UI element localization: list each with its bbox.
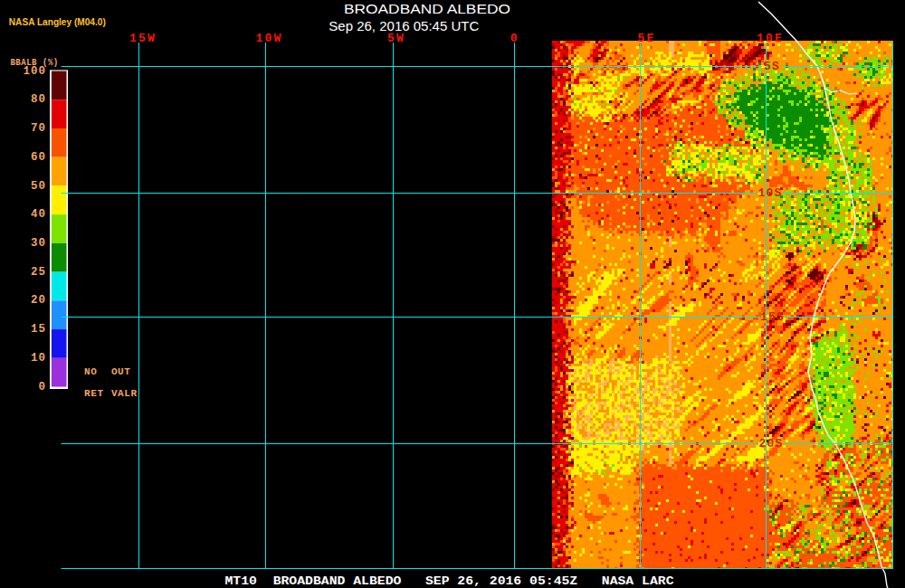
svg-text:50: 50 xyxy=(31,180,46,193)
svg-text:NASA Langley (M04.0): NASA Langley (M04.0) xyxy=(9,16,106,27)
svg-text:10: 10 xyxy=(31,352,46,365)
svg-text:25: 25 xyxy=(31,266,46,279)
svg-text:5W: 5W xyxy=(387,32,405,45)
svg-text:15S: 15S xyxy=(760,310,785,324)
svg-text:30: 30 xyxy=(31,237,46,250)
svg-text:15: 15 xyxy=(31,323,46,336)
svg-text:20: 20 xyxy=(31,294,46,307)
svg-text:10S: 10S xyxy=(757,186,782,200)
svg-text:RET: RET xyxy=(84,388,104,399)
svg-text:40: 40 xyxy=(31,208,46,221)
svg-text:BBALB (%): BBALB (%) xyxy=(10,57,58,68)
svg-text:5E: 5E xyxy=(637,32,655,45)
svg-text:80: 80 xyxy=(31,93,46,106)
svg-text:MT10 BROADBAND ALBEDO SEP 2: MT10 BROADBAND ALBEDO SEP 26, 2016 05:45… xyxy=(225,574,674,588)
svg-text:0: 0 xyxy=(510,32,519,45)
svg-text:0: 0 xyxy=(38,381,46,394)
svg-text:BROADBAND ALBEDO: BROADBAND ALBEDO xyxy=(344,1,510,16)
svg-text:OUT: OUT xyxy=(111,366,131,377)
svg-text:10E: 10E xyxy=(757,32,784,45)
svg-text:NO: NO xyxy=(84,366,97,377)
svg-text:60: 60 xyxy=(31,151,46,164)
svg-text:VALR: VALR xyxy=(111,388,138,399)
svg-text:15W: 15W xyxy=(129,32,157,45)
svg-text:20S: 20S xyxy=(758,437,783,450)
svg-text:10W: 10W xyxy=(255,32,282,45)
svg-text:5S: 5S xyxy=(764,60,780,73)
svg-text:70: 70 xyxy=(31,122,46,135)
